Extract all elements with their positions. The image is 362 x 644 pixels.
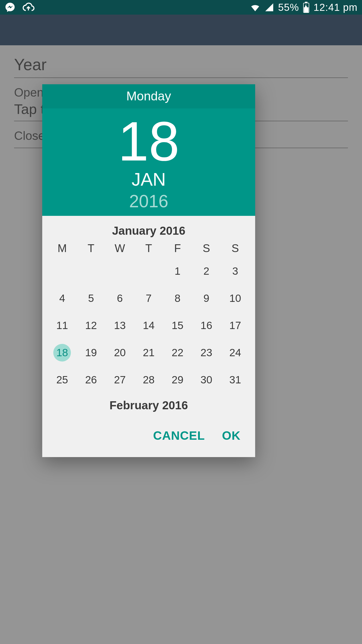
selected-month-abbrev: JAN bbox=[42, 169, 255, 190]
status-bar: 55% 12:41 pm bbox=[0, 0, 362, 15]
calendar-day[interactable]: 1 bbox=[163, 260, 192, 283]
calendar-day[interactable]: 7 bbox=[134, 287, 163, 310]
calendar-day-blank bbox=[48, 260, 77, 283]
dow-mon: M bbox=[48, 241, 77, 256]
dialog-actions: CANCEL OK bbox=[42, 417, 255, 457]
dow-sat: S bbox=[192, 241, 221, 256]
calendar-day-selected[interactable]: 18 bbox=[48, 341, 77, 364]
selected-weekday: Monday bbox=[42, 84, 255, 108]
calendar-day[interactable]: 6 bbox=[105, 287, 134, 310]
calendar-month-title: January 2016 bbox=[48, 224, 250, 237]
date-picker-dialog: Monday 18 JAN 2016 January 2016 M T W T … bbox=[42, 84, 255, 457]
cloud-upload-icon bbox=[22, 1, 35, 14]
calendar-day[interactable]: 22 bbox=[163, 341, 192, 364]
battery-percent: 55% bbox=[278, 2, 299, 13]
date-header-main[interactable]: 18 JAN 2016 bbox=[42, 108, 255, 216]
status-left bbox=[5, 1, 35, 14]
calendar-day[interactable]: 23 bbox=[192, 341, 221, 364]
calendar-day[interactable]: 24 bbox=[221, 341, 250, 364]
calendar-day[interactable]: 31 bbox=[221, 368, 250, 391]
battery-charging-icon bbox=[303, 2, 309, 13]
calendar-day[interactable]: 28 bbox=[134, 368, 163, 391]
dow-fri: F bbox=[163, 241, 192, 256]
calendar-day[interactable]: 20 bbox=[105, 341, 134, 364]
calendar-day[interactable]: 12 bbox=[77, 314, 106, 337]
calendar-day[interactable]: 14 bbox=[134, 314, 163, 337]
calendar-day[interactable]: 27 bbox=[105, 368, 134, 391]
clock-text: 12:41 pm bbox=[313, 2, 357, 13]
date-picker-header: Monday 18 JAN 2016 bbox=[42, 84, 255, 216]
calendar-day-blank bbox=[134, 260, 163, 283]
calendar-day[interactable]: 8 bbox=[163, 287, 192, 310]
calendar-day[interactable]: 4 bbox=[48, 287, 77, 310]
calendar-day-blank bbox=[105, 260, 134, 283]
calendar-day[interactable]: 11 bbox=[48, 314, 77, 337]
calendar-day[interactable]: 13 bbox=[105, 314, 134, 337]
calendar-day[interactable]: 25 bbox=[48, 368, 77, 391]
cellular-signal-icon bbox=[264, 3, 274, 12]
svg-rect-1 bbox=[305, 2, 307, 3]
calendar-day[interactable]: 19 bbox=[77, 341, 106, 364]
dow-tue: T bbox=[77, 241, 106, 256]
selected-day-number: 18 bbox=[42, 112, 255, 171]
dow-sun: S bbox=[221, 241, 250, 256]
calendar-day[interactable]: 17 bbox=[221, 314, 250, 337]
messenger-icon bbox=[5, 2, 16, 13]
calendar-day[interactable]: 30 bbox=[192, 368, 221, 391]
ok-button[interactable]: OK bbox=[222, 429, 241, 442]
calendar-day-blank bbox=[77, 260, 106, 283]
calendar-day[interactable]: 29 bbox=[163, 368, 192, 391]
calendar-day[interactable]: 16 bbox=[192, 314, 221, 337]
status-right: 55% 12:41 pm bbox=[250, 2, 357, 13]
wifi-icon bbox=[250, 2, 260, 13]
dow-thu: T bbox=[134, 241, 163, 256]
calendar-day[interactable]: 26 bbox=[77, 368, 106, 391]
selected-year[interactable]: 2016 bbox=[42, 191, 255, 211]
cancel-button[interactable]: CANCEL bbox=[153, 429, 205, 442]
calendar-grid: M T W T F S S 1 2 3 4 5 6 7 8 bbox=[48, 241, 250, 391]
dow-wed: W bbox=[105, 241, 134, 256]
calendar-day[interactable]: 9 bbox=[192, 287, 221, 310]
calendar-day[interactable]: 15 bbox=[163, 314, 192, 337]
calendar-month-view: January 2016 M T W T F S S 1 2 3 4 5 bbox=[42, 216, 255, 412]
calendar-day[interactable]: 2 bbox=[192, 260, 221, 283]
calendar-day[interactable]: 10 bbox=[221, 287, 250, 310]
calendar-day[interactable]: 3 bbox=[221, 260, 250, 283]
calendar-next-month-title: February 2016 bbox=[48, 398, 250, 412]
calendar-day[interactable]: 21 bbox=[134, 341, 163, 364]
calendar-day[interactable]: 5 bbox=[77, 287, 106, 310]
